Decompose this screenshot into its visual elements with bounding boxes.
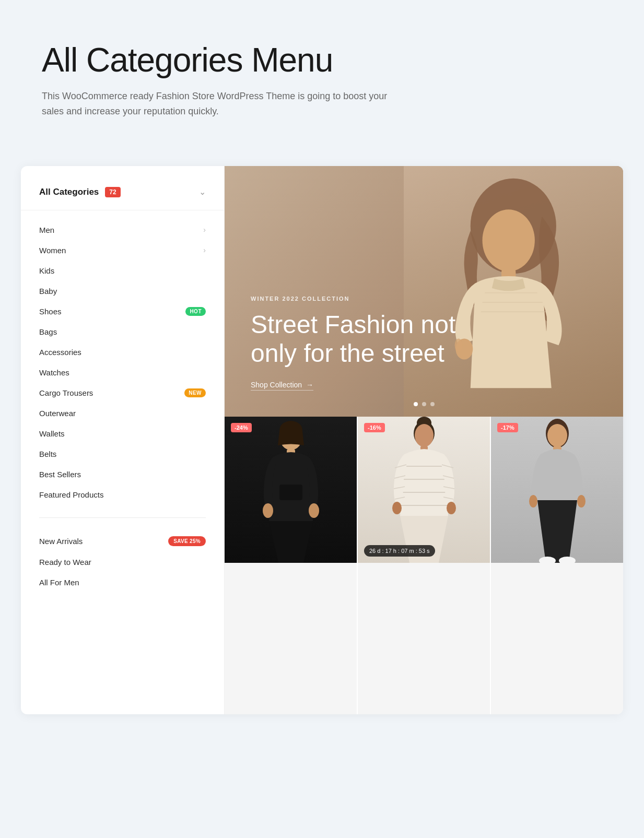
banner-content: WINTER 2022 COLLECTION Street Fashion no… bbox=[251, 296, 470, 391]
svg-point-9 bbox=[309, 503, 319, 518]
sidebar-item-shoes[interactable]: Shoes HOT bbox=[21, 301, 224, 322]
category-label: Belts bbox=[39, 450, 56, 458]
banner-title: Street Fashion not only for the street bbox=[251, 310, 470, 368]
secondary-categories-list: New Arrivals SAVE 25% Ready to Wear All … bbox=[21, 526, 224, 597]
svg-point-32 bbox=[577, 495, 586, 507]
sidebar-item-kids[interactable]: Kids bbox=[21, 261, 224, 281]
category-label: Shoes bbox=[39, 307, 62, 316]
banner-dot-3[interactable] bbox=[430, 402, 435, 406]
discount-badge-1: -24% bbox=[231, 423, 252, 432]
category-label: New Arrivals bbox=[39, 537, 83, 546]
product-image-3: -17% bbox=[491, 417, 623, 563]
discount-badge-2: -16% bbox=[364, 423, 385, 432]
hero-banner: WINTER 2022 COLLECTION Street Fashion no… bbox=[225, 166, 623, 417]
sidebar-item-outerwear[interactable]: Outerwear bbox=[21, 403, 224, 423]
category-label: Cargo Trousers bbox=[39, 388, 93, 397]
sidebar-item-featured-products[interactable]: Featured Products bbox=[21, 485, 224, 505]
categories-count-badge: 72 bbox=[105, 187, 120, 197]
category-label: Ready to Wear bbox=[39, 558, 91, 566]
sidebar-item-all-for-men[interactable]: All For Men bbox=[21, 572, 224, 593]
category-label: Women bbox=[39, 246, 66, 255]
category-label: Accessories bbox=[39, 348, 81, 357]
banner-cta-button[interactable]: Shop Collection → bbox=[251, 381, 313, 391]
product-card-2[interactable]: -16% 26 d : 17 h : 07 m : 53 s bbox=[358, 417, 491, 714]
sidebar-item-wallets[interactable]: Wallets bbox=[21, 423, 224, 444]
sidebar-item-cargo-trousers[interactable]: Cargo Trousers NEW bbox=[21, 383, 224, 403]
categories-title: All Categories bbox=[39, 187, 99, 197]
arrow-right-icon: → bbox=[306, 381, 313, 389]
sidebar-item-ready-to-wear[interactable]: Ready to Wear bbox=[21, 552, 224, 572]
save-badge: SAVE 25% bbox=[168, 536, 206, 546]
discount-badge-3: -17% bbox=[497, 423, 518, 432]
category-label: Watches bbox=[39, 368, 69, 377]
page-description: This WooCommerce ready Fashion Store Wor… bbox=[42, 89, 397, 119]
page-title: All Categories Menu bbox=[42, 42, 602, 78]
category-label: Wallets bbox=[39, 429, 65, 438]
sidebar-item-new-arrivals[interactable]: New Arrivals SAVE 25% bbox=[21, 530, 224, 552]
arrow-right-icon: › bbox=[203, 246, 206, 254]
model-figure-2 bbox=[388, 417, 461, 563]
svg-point-1 bbox=[483, 209, 535, 272]
category-label: Best Sellers bbox=[39, 470, 81, 479]
product-card-1[interactable]: -24% bbox=[225, 417, 358, 714]
svg-point-12 bbox=[415, 424, 434, 447]
category-label: Outerwear bbox=[39, 409, 76, 418]
main-content: WINTER 2022 COLLECTION Street Fashion no… bbox=[225, 166, 623, 714]
banner-dots bbox=[414, 402, 435, 406]
sidebar-item-bags[interactable]: Bags bbox=[21, 322, 224, 342]
svg-point-31 bbox=[529, 495, 537, 507]
hero-section: All Categories Menu This WooCommerce rea… bbox=[0, 0, 644, 150]
svg-point-27 bbox=[447, 502, 456, 514]
category-label: All For Men bbox=[39, 578, 79, 587]
sidebar-item-women[interactable]: Women › bbox=[21, 240, 224, 261]
main-categories-list: Men › Women › Kids Baby Shoes HOT Bags bbox=[21, 216, 224, 509]
sidebar-divider bbox=[39, 517, 206, 518]
sidebar-item-belts[interactable]: Belts bbox=[21, 444, 224, 464]
model-figure-1 bbox=[254, 417, 327, 563]
categories-title-row: All Categories 72 bbox=[39, 187, 121, 197]
banner-dot-2[interactable] bbox=[422, 402, 426, 406]
hot-badge: HOT bbox=[185, 307, 206, 316]
sidebar-item-watches[interactable]: Watches bbox=[21, 362, 224, 383]
sidebar-item-men[interactable]: Men › bbox=[21, 220, 224, 240]
model-figure-3 bbox=[521, 417, 594, 563]
sidebar-item-best-sellers[interactable]: Best Sellers bbox=[21, 464, 224, 485]
product-image-2: -16% 26 d : 17 h : 07 m : 53 s bbox=[358, 417, 490, 563]
arrow-right-icon: › bbox=[203, 226, 206, 234]
category-label: Men bbox=[39, 226, 54, 234]
category-label: Bags bbox=[39, 327, 57, 336]
product-image-1: -24% bbox=[225, 417, 357, 563]
category-label: Kids bbox=[39, 266, 54, 275]
banner-dot-1[interactable] bbox=[414, 402, 418, 406]
timer-badge-2: 26 d : 17 h : 07 m : 53 s bbox=[364, 545, 435, 557]
categories-header[interactable]: All Categories 72 ⌄ bbox=[21, 182, 224, 210]
svg-rect-7 bbox=[279, 485, 302, 500]
category-label: Featured Products bbox=[39, 490, 103, 499]
svg-point-29 bbox=[547, 424, 567, 447]
product-cards-row: -24% bbox=[225, 417, 623, 714]
sidebar: All Categories 72 ⌄ Men › Women › Kids B… bbox=[21, 166, 225, 714]
svg-point-26 bbox=[392, 502, 402, 514]
new-badge: NEW bbox=[184, 388, 206, 397]
sidebar-item-accessories[interactable]: Accessories bbox=[21, 342, 224, 362]
sidebar-item-baby[interactable]: Baby bbox=[21, 281, 224, 301]
category-label: Baby bbox=[39, 287, 57, 296]
product-card-3[interactable]: -17% bbox=[491, 417, 623, 714]
main-container: All Categories 72 ⌄ Men › Women › Kids B… bbox=[21, 166, 623, 714]
svg-point-8 bbox=[263, 503, 273, 518]
chevron-down-icon: ⌄ bbox=[199, 187, 206, 197]
banner-subtitle: WINTER 2022 COLLECTION bbox=[251, 296, 470, 302]
